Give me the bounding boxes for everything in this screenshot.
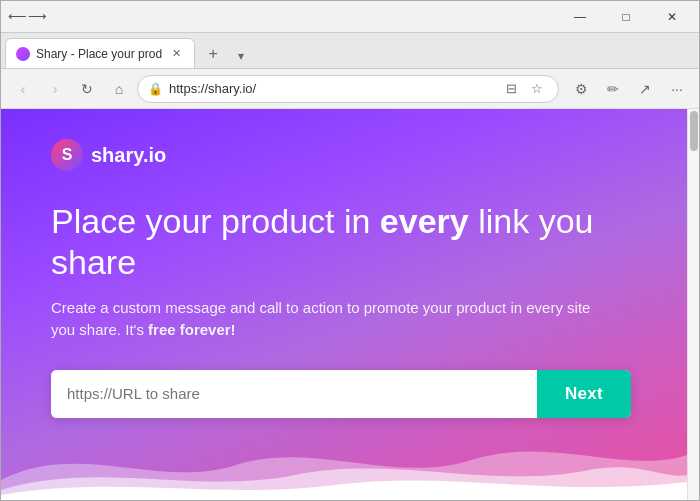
tab-bar: Shary - Place your prod ✕ + ▾ xyxy=(1,33,699,69)
hero-title-bold: every xyxy=(380,202,469,240)
subtitle-bold: free forever! xyxy=(148,321,236,338)
new-tab-button[interactable]: + xyxy=(199,40,227,68)
toolbar: ‹ › ↻ ⌂ 🔒 https://shary.io/ ⊟ ☆ ⚙ ✏ ↗ ··… xyxy=(1,69,699,109)
tab-title-text: Shary - Place your prod xyxy=(36,47,162,61)
home-button[interactable]: ⌂ xyxy=(105,75,133,103)
bookmark-icon[interactable]: ☆ xyxy=(526,78,548,100)
scrollbar[interactable] xyxy=(687,109,699,500)
address-bar-icons: ⊟ ☆ xyxy=(500,78,548,100)
logo-icon: S xyxy=(51,139,83,171)
back-arrow-icon: ⟵ xyxy=(9,9,25,25)
favorites-icon[interactable]: ✏ xyxy=(599,75,627,103)
logo: S shary.io xyxy=(51,139,637,171)
window-controls: — □ ✕ xyxy=(557,1,695,33)
tab-favicon xyxy=(16,47,30,61)
title-bar: ⟵ ⟶ — □ ✕ xyxy=(1,1,699,33)
close-button[interactable]: ✕ xyxy=(649,1,695,33)
tab-dropdown-button[interactable]: ▾ xyxy=(229,44,253,68)
reading-view-icon[interactable]: ⊟ xyxy=(500,78,522,100)
url-text: https://shary.io/ xyxy=(169,81,494,96)
wave-decoration xyxy=(1,420,687,500)
hero-title: Place your product in every link you sha… xyxy=(51,201,637,283)
hero-subtitle: Create a custom message and call to acti… xyxy=(51,297,611,342)
toolbar-right-icons: ⚙ ✏ ↗ ··· xyxy=(567,75,691,103)
lock-icon: 🔒 xyxy=(148,82,163,96)
tab-close-button[interactable]: ✕ xyxy=(168,46,184,62)
refresh-button[interactable]: ↻ xyxy=(73,75,101,103)
more-button[interactable]: ··· xyxy=(663,75,691,103)
content-wrapper: S shary.io Place your product in every l… xyxy=(1,109,699,500)
share-icon[interactable]: ↗ xyxy=(631,75,659,103)
back-button[interactable]: ‹ xyxy=(9,75,37,103)
extensions-icon[interactable]: ⚙ xyxy=(567,75,595,103)
url-input[interactable] xyxy=(51,370,537,418)
page-content: S shary.io Place your product in every l… xyxy=(1,109,687,500)
minimize-button[interactable]: — xyxy=(557,1,603,33)
active-tab[interactable]: Shary - Place your prod ✕ xyxy=(5,38,195,68)
subtitle-text: Create a custom message and call to acti… xyxy=(51,299,590,339)
forward-button[interactable]: › xyxy=(41,75,69,103)
logo-text: shary.io xyxy=(91,144,166,167)
next-button[interactable]: Next xyxy=(537,370,631,418)
scrollbar-thumb[interactable] xyxy=(690,111,698,151)
browser-window: ⟵ ⟶ — □ ✕ Shary - Place your prod ✕ + ▾ … xyxy=(0,0,700,501)
hero-section: S shary.io Place your product in every l… xyxy=(1,109,687,500)
address-bar[interactable]: 🔒 https://shary.io/ ⊟ ☆ xyxy=(137,75,559,103)
maximize-button[interactable]: □ xyxy=(603,1,649,33)
forward-arrow-icon: ⟶ xyxy=(29,9,45,25)
search-row: Next xyxy=(51,370,631,418)
hero-title-part1: Place your product in xyxy=(51,202,380,240)
